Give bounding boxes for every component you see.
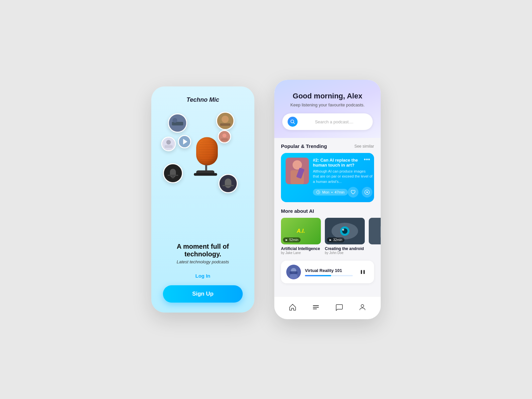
nav-messages[interactable]	[333, 301, 345, 313]
app-title: Techno Mic	[187, 96, 219, 103]
heart-icon	[350, 190, 356, 195]
search-icon	[290, 119, 295, 124]
search-placeholder[interactable]: Search a podcast....	[301, 119, 367, 124]
phone-left: Techno Mic	[151, 86, 254, 313]
trending-more-button[interactable]: •••	[364, 156, 370, 163]
play-button[interactable]	[362, 187, 372, 198]
clock-icon	[316, 190, 320, 194]
trending-thumb	[286, 158, 309, 184]
svg-line-29	[318, 192, 319, 193]
play-small-icon	[285, 239, 288, 241]
svg-point-4	[221, 116, 228, 123]
login-button[interactable]: Log In	[189, 271, 217, 281]
nav-profile[interactable]	[356, 301, 368, 313]
search-bar[interactable]: Search a podcast....	[282, 113, 373, 130]
home-content: Popular & Trending See similar ••• #2: C…	[274, 138, 381, 296]
chat-icon	[335, 303, 343, 311]
svg-marker-31	[367, 191, 368, 193]
phone-right: Good morning, Alex Keep listening your f…	[274, 80, 381, 319]
left-tagline: A moment full of technology. Latest tech…	[158, 243, 248, 264]
play-small-icon-2	[329, 239, 332, 241]
see-similar-link[interactable]: See similar	[354, 144, 374, 149]
phones-container: Techno Mic	[151, 80, 381, 319]
trending-card: ••• #2: Can AI replace the human touch i…	[281, 153, 374, 202]
now-playing-title: Virtual Reality 101	[305, 268, 353, 273]
podcast-thumb-3	[161, 137, 176, 151]
svg-rect-48	[361, 270, 362, 274]
svg-rect-20	[222, 185, 234, 186]
svg-point-53	[361, 305, 364, 307]
greeting-subtitle: Keep listening your favourite podcasts.	[282, 102, 373, 107]
svg-rect-40	[380, 224, 381, 239]
svg-rect-1	[172, 122, 183, 125]
podcast-thumb-6	[163, 163, 183, 183]
now-playing-bar: Virtual Reality 101	[281, 261, 374, 283]
ai-card-name-2: Creating the android	[325, 246, 365, 251]
ai-duration-2: 32min	[327, 237, 344, 242]
svg-rect-47	[290, 271, 298, 274]
vr-avatar	[286, 265, 301, 279]
now-playing-avatar	[286, 265, 301, 279]
ai-section-title: More about AI	[281, 208, 374, 214]
pause-button[interactable]	[357, 266, 369, 278]
trending-section-header: Popular & Trending See similar	[281, 143, 374, 149]
pause-icon	[359, 269, 366, 275]
trending-description: Although AI can produce images that are …	[313, 169, 372, 184]
ai-card-name-1: Artificial Intelligence	[281, 246, 321, 251]
robot-illustration	[369, 218, 381, 244]
svg-point-2	[173, 118, 177, 123]
ai-card-thumb-3	[369, 218, 381, 244]
progress-bar-fill	[305, 275, 331, 276]
svg-point-46	[290, 274, 298, 279]
ai-card-thumb-2: 32min	[325, 218, 365, 244]
ai-card-2[interactable]: 32min Creating the android by John Doe	[325, 218, 365, 255]
podcast-thumb-2	[216, 112, 234, 130]
svg-rect-49	[363, 270, 365, 274]
now-playing-info: Virtual Reality 101	[305, 268, 353, 276]
svg-rect-39	[369, 218, 381, 244]
search-icon-circle	[288, 117, 298, 127]
ai-card-author-2: by John Doe	[325, 251, 365, 255]
profile-icon	[358, 303, 366, 311]
svg-rect-5	[220, 123, 230, 126]
ai-card-1[interactable]: A.I. 52min Artificial Intelligence by Ja…	[281, 218, 321, 255]
home-icon	[289, 303, 297, 311]
signup-button[interactable]: Sign Up	[163, 285, 243, 303]
ai-card-thumb-1: A.I. 52min	[281, 218, 321, 244]
podcast-thumb-4	[178, 135, 191, 148]
trending-info: ••• #2: Can AI replace the human touch i…	[313, 158, 372, 198]
ai-cards-row: A.I. 52min Artificial Intelligence by Ja…	[281, 218, 374, 255]
svg-point-7	[166, 140, 171, 145]
microphone-area	[158, 110, 248, 203]
bottom-nav	[274, 296, 381, 319]
tagline-heading: A moment full of technology.	[158, 243, 248, 258]
svg-marker-38	[330, 239, 332, 241]
svg-point-37	[342, 229, 344, 231]
podcast-thumb-1	[168, 113, 187, 133]
trending-duration: 47min	[334, 190, 344, 194]
home-header: Good morning, Alex Keep listening your f…	[274, 80, 381, 138]
nav-home[interactable]	[287, 301, 299, 313]
trending-episode: #2: Can AI replace the human touch in ar…	[313, 158, 366, 168]
ai-duration-1: 52min	[283, 237, 301, 242]
microphone-icon	[193, 137, 226, 181]
trending-meta: Mon • 47min	[313, 189, 348, 196]
svg-rect-16	[168, 175, 178, 176]
trending-footer: Mon • 47min	[313, 187, 372, 198]
svg-rect-17	[172, 176, 174, 178]
svg-line-22	[294, 123, 295, 124]
play-icon	[364, 190, 370, 195]
progress-bar[interactable]	[305, 275, 353, 276]
trending-title: Popular & Trending	[281, 143, 327, 149]
trending-day: Mon	[322, 190, 329, 194]
greeting-title: Good morning, Alex	[282, 92, 373, 100]
trending-actions	[348, 187, 372, 198]
svg-rect-8	[165, 145, 173, 148]
like-button[interactable]	[348, 187, 358, 198]
nav-list[interactable]	[310, 301, 322, 313]
tagline-subheading: Latest technology podcasts	[158, 259, 248, 264]
ai-card-author-1: by Jake Lane	[281, 251, 321, 255]
ai-card-3	[369, 218, 381, 255]
svg-marker-32	[286, 239, 288, 241]
list-icon	[312, 303, 320, 311]
